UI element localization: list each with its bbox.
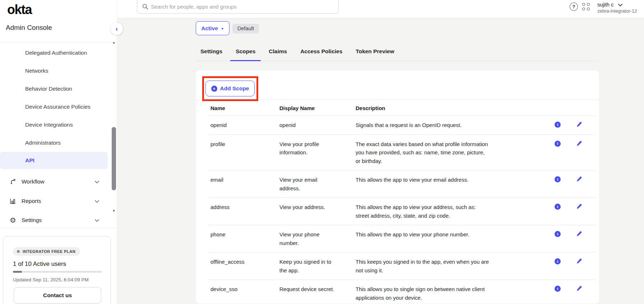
plan-usage-progressbar — [13, 271, 102, 273]
scopes-card: + Add Scope Name Display Name Descriptio… — [196, 71, 599, 304]
status-dropdown[interactable]: Active ▼ — [196, 21, 230, 35]
sidebar-divider — [0, 42, 117, 42]
search-icon — [142, 4, 148, 10]
chevron-down-icon — [95, 217, 99, 223]
plan-updated-timestamp: Updated Sep 11, 2025, 6:04:09 PM — [13, 277, 111, 282]
sidebar-item-reports[interactable]: Reports — [0, 191, 108, 211]
sidebar-item[interactable]: Device Integrations — [0, 116, 108, 134]
table-row: phone View your phone number. This allow… — [207, 225, 596, 253]
table-row: email View your email address. This allo… — [207, 171, 596, 198]
scope-display-name: Request device secret. — [279, 285, 337, 302]
scroll-down-arrow[interactable]: ▼ — [111, 209, 117, 213]
add-scope-label: Add Scope — [220, 85, 249, 92]
scope-name: address — [210, 203, 279, 220]
edit-icon[interactable] — [576, 258, 582, 264]
info-icon[interactable]: i — [555, 286, 561, 292]
sidebar-item-settings[interactable]: ⚙ Settings — [0, 210, 108, 230]
info-icon[interactable]: i — [555, 258, 561, 264]
edit-icon[interactable] — [576, 231, 582, 237]
plus-icon: + — [211, 86, 217, 92]
sidebar-nav: Delegated Authentication Networks Behavi… — [0, 44, 108, 169]
plan-card: INTEGRATOR FREE PLAN 1 of 10 Active user… — [3, 236, 111, 304]
default-badge: Default — [232, 24, 259, 33]
scope-description: This allows the app to view your address… — [356, 203, 489, 220]
global-search — [137, 0, 339, 14]
info-icon[interactable]: i — [555, 176, 561, 182]
scope-description: The exact data varies based on what prof… — [356, 140, 489, 165]
help-icon[interactable]: ? — [570, 3, 578, 11]
info-icon[interactable]: i — [555, 204, 561, 210]
scroll-up-arrow[interactable]: ▲ — [111, 41, 117, 44]
gear-icon: ⚙ — [9, 216, 17, 224]
sidebar-item[interactable]: Administrators — [0, 134, 108, 152]
tab-claims[interactable]: Claims — [263, 44, 292, 61]
caret-down-icon: ▼ — [221, 27, 224, 31]
workflow-icon — [9, 178, 17, 186]
sidebar-item-label: Device Integrations — [25, 122, 73, 128]
plan-usage-text: 1 of 10 Active users — [13, 260, 111, 268]
scope-name: email — [210, 176, 279, 192]
scope-name: offline_access — [210, 258, 279, 274]
scope-display-name: View your profile information. — [279, 140, 337, 165]
sidebar-item-api[interactable]: API — [0, 152, 108, 169]
table-header-row: Name Display Name Description — [207, 100, 596, 116]
scope-name: phone — [210, 230, 279, 247]
tab-settings[interactable]: Settings — [195, 44, 228, 61]
reports-icon — [9, 197, 17, 205]
tab-access-policies[interactable]: Access Policies — [295, 44, 348, 61]
edit-icon[interactable] — [576, 286, 582, 291]
plan-status-dot — [17, 250, 20, 253]
scrollbar-thumb[interactable] — [112, 127, 116, 190]
info-icon[interactable]: i — [555, 231, 561, 237]
chevron-down-icon — [95, 178, 99, 185]
sidebar-item[interactable]: Device Assurance Policies — [0, 98, 108, 116]
sidebar-item-label: Settings — [22, 217, 42, 223]
search-input[interactable] — [151, 2, 330, 11]
sidebar-item-label: API — [25, 157, 34, 164]
scope-description: This allows the app to view your email a… — [356, 176, 489, 192]
table-row: profile View your profile information. T… — [207, 135, 596, 171]
sidebar-item[interactable]: Delegated Authentication — [0, 44, 108, 62]
scope-name: profile — [210, 140, 279, 165]
scope-name: openid — [210, 121, 279, 130]
scope-display-name: openid — [279, 121, 337, 130]
info-icon[interactable]: i — [555, 141, 561, 147]
sidebar-collapse-button[interactable]: ‹ — [111, 23, 123, 35]
org-name: zebra-integrator-12 — [597, 8, 644, 14]
contact-us-button[interactable]: Contact us — [14, 287, 101, 304]
scope-display-name: View your address. — [279, 203, 337, 220]
sidebar-item-label: Reports — [22, 198, 41, 204]
scope-name: device_sso — [210, 285, 279, 302]
edit-icon[interactable] — [576, 141, 582, 146]
table-row: address View your address. This allows t… — [207, 198, 596, 225]
sidebar-item-workflow[interactable]: Workflow — [0, 172, 108, 191]
edit-icon[interactable] — [576, 122, 582, 127]
table-row: offline_access Keep you signed in to the… — [207, 253, 596, 280]
chevron-down-icon — [618, 2, 622, 8]
edit-icon[interactable] — [576, 204, 582, 209]
sidebar: okta Admin Console Delegated Authenticat… — [0, 0, 117, 304]
sidebar-item[interactable]: Networks — [0, 62, 108, 80]
table-body: openid openid Signals that a request is … — [207, 116, 596, 304]
tab-scopes[interactable]: Scopes — [230, 44, 261, 61]
okta-admin-console: okta Admin Console Delegated Authenticat… — [0, 0, 644, 304]
user-name: sujith c — [597, 2, 613, 8]
table-row: device_sso Request device secret. This a… — [207, 280, 596, 304]
tab-token-preview[interactable]: Token Preview — [350, 44, 399, 61]
sidebar-item-label: Networks — [25, 68, 48, 74]
add-scope-section: + Add Scope — [196, 71, 599, 100]
edit-icon[interactable] — [576, 176, 582, 182]
main-content: Active ▼ Default Settings Scopes Claims … — [117, 18, 644, 304]
sidebar-item-label: Delegated Authentication — [25, 50, 87, 56]
add-scope-button[interactable]: + Add Scope — [205, 81, 255, 96]
console-title: Admin Console — [6, 24, 52, 32]
scope-description: This allows you to single sign on betwee… — [356, 285, 489, 302]
tab-bar: Settings Scopes Claims Access Policies T… — [195, 44, 599, 61]
column-header-description: Description — [356, 105, 492, 111]
user-menu[interactable]: sujith c zebra-integrator-12 — [597, 2, 644, 14]
sidebar-item[interactable]: Behavior Detection — [0, 80, 108, 98]
app-switcher-icon[interactable] — [582, 3, 590, 11]
plan-badge-label: INTEGRATOR FREE PLAN — [23, 249, 75, 254]
chevron-down-icon — [95, 198, 99, 204]
info-icon[interactable]: i — [555, 122, 561, 128]
